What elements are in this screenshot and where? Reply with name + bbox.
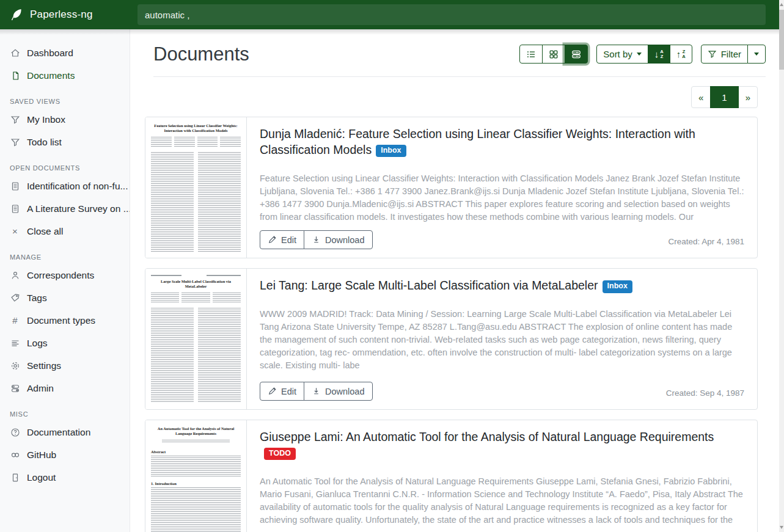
sidebar-item-open-doc-2[interactable]: A Literature Survey on ... (0, 197, 130, 220)
sidebar-item-document-types[interactable]: # Document types (0, 309, 130, 332)
sort-ascending-button[interactable]: ↑ ZA (670, 45, 692, 64)
sidebar-item-my-inbox[interactable]: My Inbox (0, 108, 130, 131)
document-card-body: Giuseppe Lami: An Automatic Tool for the… (247, 420, 757, 532)
download-button[interactable]: Download (304, 382, 373, 401)
sidebar: Dashboard Documents SAVED VIEWS My Inbox… (0, 29, 130, 532)
toggles-icon (10, 383, 20, 393)
pagination-prev-button[interactable]: « (691, 86, 711, 108)
document-card-footer: Edit Download Created: Sep 4, 1987 (260, 382, 744, 401)
gear-icon (10, 360, 20, 371)
thumbnail-body-columns (151, 308, 241, 403)
person-icon (10, 270, 20, 280)
documents-icon (10, 70, 20, 81)
document-excerpt: Feature Selection using Linear Classifie… (260, 172, 744, 224)
filter-dropdown-button[interactable] (747, 45, 766, 64)
top-navbar: Paperless-ng (0, 0, 779, 29)
view-details-button[interactable] (565, 45, 588, 64)
sidebar-item-label: GitHub (27, 450, 56, 461)
document-card-body: Lei Tang: Large Scale Multi-Label Classi… (247, 269, 757, 409)
thumbnail-authors (151, 293, 241, 304)
document-list: Feature Selection using Linear Classifie… (145, 117, 758, 532)
document-excerpt: WWW 2009 MADRID! Track: Data Mining / Se… (260, 308, 744, 376)
document-title[interactable]: Dunja Mladenić: Feature Selection using … (260, 126, 744, 158)
app-brand[interactable]: Paperless-ng (0, 0, 130, 29)
sidebar-item-label: Documents (27, 70, 75, 81)
sidebar-item-label: Tags (27, 293, 47, 304)
sidebar-item-label: A Literature Survey on ... (27, 203, 130, 214)
sidebar-item-close-all[interactable]: × Close all (0, 220, 130, 242)
document-thumbnail[interactable]: Large Scale Multi-Label Classification v… (145, 269, 247, 409)
sort-up-icon: ↑ (676, 49, 681, 59)
view-mode-group (519, 45, 588, 64)
sidebar-item-logout[interactable]: Logout (0, 466, 130, 489)
document-title[interactable]: Lei Tang: Large Scale Multi-Label Classi… (260, 278, 744, 294)
close-icon: × (10, 226, 20, 236)
sidebar-item-settings[interactable]: Settings (0, 354, 130, 377)
sidebar-item-documentation[interactable]: Documentation (0, 421, 130, 443)
sidebar-item-documents[interactable]: Documents (0, 64, 130, 87)
thumbnail-header (151, 275, 241, 276)
scrollbar-down-arrow[interactable] (780, 526, 783, 529)
sidebar-item-github[interactable]: GitHub (0, 443, 130, 466)
sidebar-item-logs[interactable]: Logs (0, 332, 130, 354)
edit-button[interactable]: Edit (260, 230, 304, 249)
document-card-footer: Edit Download Created: Apr 4, 1981 (260, 230, 744, 249)
scrollbar-up-arrow[interactable] (780, 3, 783, 6)
question-circle-icon (10, 427, 20, 437)
tag-badge-inbox: Inbox (603, 280, 632, 293)
sidebar-item-label: Dashboard (27, 48, 73, 59)
thumbnail-intro-heading: 1. Introduction (151, 481, 241, 486)
sidebar-item-open-doc-1[interactable]: Identification of non-fu... (0, 175, 130, 197)
chevron-down-icon (637, 53, 642, 56)
sidebar-item-todo-list[interactable]: Todo list (0, 131, 130, 153)
file-text-icon (10, 181, 20, 191)
main-content: Documents (131, 29, 779, 532)
tag-badge-todo: TODO (264, 448, 296, 461)
document-title[interactable]: Giuseppe Lami: An Automatic Tool for the… (260, 429, 744, 461)
sidebar-item-label: Document types (27, 315, 95, 326)
sidebar-item-label: Documentation (27, 427, 90, 438)
documents-toolbar: Sort by ↓ AZ ↑ ZA Filter (519, 45, 766, 64)
sidebar-item-label: Logout (27, 472, 56, 483)
sort-by-button[interactable]: Sort by (596, 45, 648, 64)
pagination-page-1[interactable]: 1 (710, 86, 738, 108)
tag-icon (10, 293, 20, 303)
download-button[interactable]: Download (304, 230, 373, 249)
pagination: « 1 » (131, 86, 758, 108)
edit-button[interactable]: Edit (260, 382, 304, 401)
home-icon (10, 48, 20, 58)
page-header: Documents (153, 43, 766, 66)
thumbnail-paper-title: Large Scale Multi-Label Classification v… (151, 279, 241, 290)
vertical-scrollbar[interactable] (779, 0, 784, 532)
scrollbar-thumb[interactable] (779, 10, 784, 70)
sort-group: Sort by ↓ AZ ↑ ZA (596, 45, 692, 64)
thumbnail-authors (151, 137, 241, 148)
chevron-down-icon (754, 53, 759, 56)
thumbnail-authors (162, 440, 230, 443)
document-actions: Edit Download (260, 382, 373, 401)
sidebar-item-admin[interactable]: Admin (0, 377, 130, 399)
sidebar-item-label: My Inbox (27, 114, 65, 125)
search-input[interactable] (137, 4, 766, 25)
view-grid-button[interactable] (542, 45, 565, 64)
document-thumbnail[interactable]: An Automatic Tool for the Analysis of Na… (145, 420, 247, 532)
view-list-button[interactable] (519, 45, 543, 64)
funnel-icon (10, 137, 20, 147)
pagination-next-button[interactable]: » (738, 86, 758, 108)
sidebar-item-label: Logs (27, 338, 48, 349)
sort-descending-button[interactable]: ↓ AZ (648, 45, 670, 64)
pencil-icon (268, 387, 277, 396)
sidebar-item-tags[interactable]: Tags (0, 286, 130, 309)
sidebar-item-correspondents[interactable]: Correspondents (0, 264, 130, 286)
thumbnail-paper-title: An Automatic Tool for the Analysis of Na… (151, 426, 241, 437)
filter-button[interactable]: Filter (701, 45, 748, 64)
sort-za-letters: ZA (682, 49, 685, 59)
document-thumbnail[interactable]: Feature Selection using Linear Classifie… (145, 117, 247, 258)
page-title: Documents (153, 43, 249, 66)
thumbnail-paper-title: Feature Selection using Linear Classifie… (151, 123, 241, 134)
download-icon (312, 235, 321, 244)
sidebar-item-dashboard[interactable]: Dashboard (0, 42, 130, 64)
sidebar-item-label: Todo list (27, 137, 62, 148)
filter-label: Filter (721, 49, 741, 59)
document-excerpt: An Automatic Tool for the Analysis of Na… (260, 475, 744, 527)
